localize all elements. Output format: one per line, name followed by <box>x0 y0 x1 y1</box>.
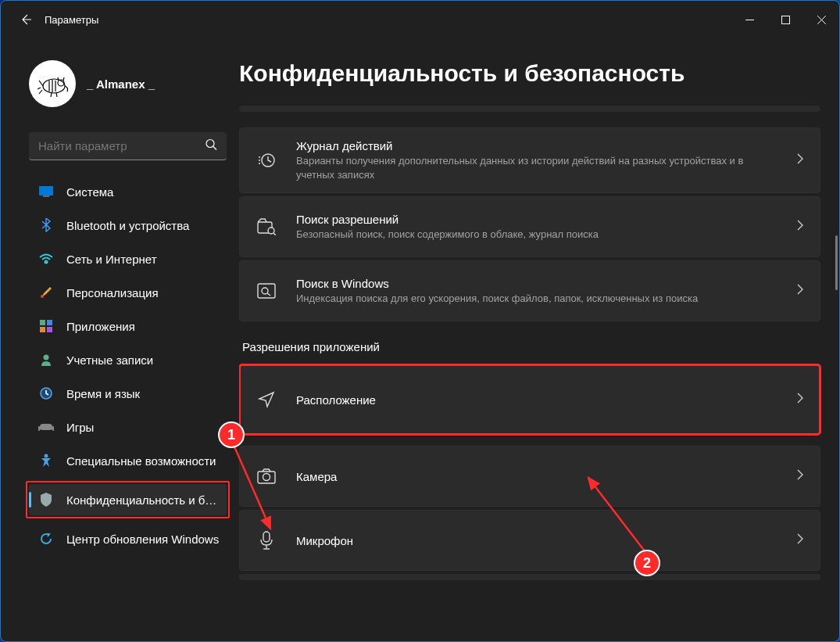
svg-point-14 <box>41 295 44 298</box>
cutoff-panel-edge <box>239 574 820 580</box>
card-title: Камера <box>296 470 777 483</box>
card-search-windows[interactable]: Поиск в Windows Индексация поиска для ег… <box>239 260 820 321</box>
system-icon <box>38 184 54 199</box>
sidebar: _ Almanex _ Система Bluetooth и устройст… <box>1 38 239 641</box>
window-controls <box>731 7 839 32</box>
close-icon <box>817 16 826 24</box>
nav-item-time[interactable]: Время и язык <box>29 378 230 409</box>
card-search-permissions[interactable]: Поиск разрешений Безопасный поиск, поиск… <box>239 196 820 257</box>
nav-item-personalization[interactable]: Персонализация <box>29 277 230 308</box>
svg-rect-34 <box>263 532 270 542</box>
username-label: _ Almanex _ <box>87 77 155 91</box>
svg-point-30 <box>262 288 268 294</box>
svg-rect-21 <box>40 424 52 430</box>
chevron-right-icon <box>796 533 804 548</box>
svg-point-27 <box>268 228 274 234</box>
svg-rect-17 <box>40 327 45 332</box>
back-button[interactable] <box>10 4 41 35</box>
arrow-left-icon <box>20 13 32 26</box>
wifi-icon <box>38 251 54 267</box>
maximize-icon <box>781 16 790 24</box>
gamepad-icon <box>38 419 54 435</box>
minimize-button[interactable] <box>731 7 767 32</box>
svg-rect-29 <box>258 284 275 298</box>
nav-label: Персонализация <box>66 286 220 299</box>
svg-rect-15 <box>40 320 45 325</box>
chevron-right-icon <box>796 468 804 484</box>
svg-rect-16 <box>47 320 52 325</box>
chevron-right-icon <box>796 219 804 235</box>
nav-label: Приложения <box>66 320 220 333</box>
section-title-permissions: Разрешения приложений <box>242 340 820 353</box>
search-box[interactable] <box>29 132 227 160</box>
chevron-right-icon <box>796 283 804 299</box>
search-icon <box>206 139 217 154</box>
nav-item-privacy[interactable]: Конфиденциальность и безопас <box>29 484 227 515</box>
svg-rect-18 <box>47 327 52 332</box>
profile-block[interactable]: _ Almanex _ <box>10 38 230 129</box>
nav-item-gaming[interactable]: Игры <box>29 411 230 443</box>
card-subtitle: Безопасный поиск, поиск содержимого в об… <box>296 228 777 242</box>
nav-item-system[interactable]: Система <box>29 176 230 207</box>
card-title: Поиск разрешений <box>296 213 777 226</box>
card-subtitle: Варианты получения дополнительных данных… <box>296 154 777 181</box>
card-subtitle: Индексация поиска для его ускорения, пои… <box>296 292 777 306</box>
minimize-icon <box>745 16 754 24</box>
activity-icon <box>256 142 277 179</box>
annotation-badge-1: 1 <box>218 421 245 448</box>
nav-label: Время и язык <box>66 387 220 400</box>
microphone-icon <box>256 522 277 559</box>
nav-label: Сеть и Интернет <box>66 253 220 266</box>
card-microphone[interactable]: Микрофон <box>239 510 820 571</box>
card-title: Журнал действий <box>296 139 777 152</box>
svg-point-9 <box>206 140 214 148</box>
close-button[interactable] <box>803 7 839 32</box>
collapsed-panel-edge <box>239 106 820 112</box>
card-location[interactable]: Расположение <box>239 364 820 435</box>
nav-label: Центр обновления Windows <box>66 533 220 546</box>
nav-label: Учетные записи <box>66 353 220 367</box>
person-icon <box>38 352 54 368</box>
bluetooth-icon <box>38 217 54 233</box>
avatar-cat-icon <box>34 66 70 102</box>
folder-search-icon <box>256 208 277 246</box>
paintbrush-icon <box>38 285 54 300</box>
card-title: Микрофон <box>296 534 777 547</box>
svg-line-31 <box>267 293 270 296</box>
clock-icon <box>38 386 54 401</box>
svg-point-13 <box>45 261 48 264</box>
nav-item-update[interactable]: Центр обновления Windows <box>29 523 230 554</box>
window-title: Параметры <box>45 14 98 26</box>
maximize-button[interactable] <box>767 7 803 32</box>
nav-label: Специальные возможности <box>66 454 220 468</box>
apps-icon <box>38 318 54 334</box>
nav-item-network[interactable]: Сеть и Интернет <box>29 243 230 274</box>
svg-rect-12 <box>43 195 49 197</box>
main-content: Конфиденциальность и безопасность Журнал… <box>239 38 839 641</box>
nav-item-accessibility[interactable]: Специальные возможности <box>29 445 230 476</box>
svg-point-19 <box>44 355 49 360</box>
annotation-badge-2: 2 <box>634 550 660 576</box>
svg-line-10 <box>213 147 216 150</box>
nav-label: Игры <box>66 421 220 434</box>
card-camera[interactable]: Камера <box>239 446 820 507</box>
chevron-right-icon <box>796 392 804 407</box>
nav-label: Bluetooth и устройства <box>66 219 220 232</box>
svg-rect-11 <box>39 186 53 195</box>
card-title: Поиск в Windows <box>296 277 777 290</box>
titlebar: Параметры <box>1 1 839 38</box>
scrollbar-thumb[interactable] <box>835 235 838 290</box>
svg-point-33 <box>263 474 270 481</box>
nav-item-accounts[interactable]: Учетные записи <box>29 344 230 375</box>
nav-item-bluetooth[interactable]: Bluetooth и устройства <box>29 210 230 241</box>
shield-icon <box>38 492 54 508</box>
chevron-right-icon <box>796 152 804 168</box>
search-input[interactable] <box>29 132 227 160</box>
nav-item-apps[interactable]: Приложения <box>29 310 230 342</box>
nav-list: Система Bluetooth и устройства Сеть и Ин… <box>10 176 230 476</box>
svg-line-28 <box>273 233 276 235</box>
card-title: Расположение <box>296 393 777 407</box>
card-activity-history[interactable]: Журнал действий Варианты получения допол… <box>239 127 820 193</box>
settings-window: Параметры <box>0 0 840 642</box>
avatar <box>29 60 76 107</box>
